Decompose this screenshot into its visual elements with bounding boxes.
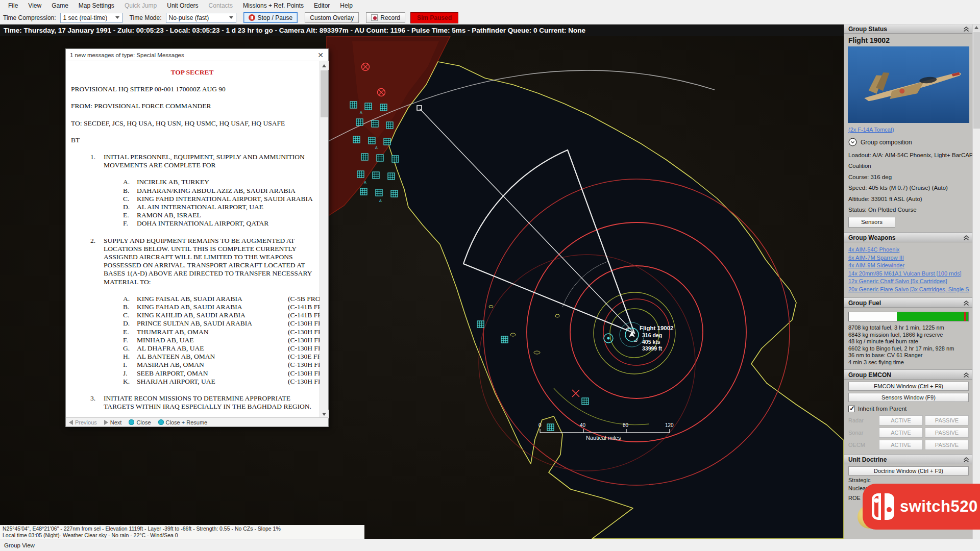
bt-line: BT [71,136,313,144]
svg-text:80: 80 [623,422,629,428]
stop-pause-button[interactable]: Stop / Pause [243,12,298,23]
time-mode-select[interactable]: No-pulse (fast) [166,13,236,23]
scroll-up-icon[interactable] [320,61,329,70]
weapon-link[interactable]: 4x AIM-9M Sidewinder [848,262,969,270]
record-label: Record [380,14,400,21]
right-sidebar: Group Status Flight 19002 (2x F-14A Tomc… [844,23,980,539]
side-text: Coalition [844,161,973,172]
oecm-active-button[interactable]: ACTIVE [879,440,923,450]
oecm-emcon-row: OECM ACTIVE PASSIVE [844,439,973,451]
scale-units-label: Nautical miles [586,435,621,441]
list-item: 1. INITIAL PERSONNEL, EQUIPMENT, SUPPLY … [90,153,313,169]
inherit-from-parent-row[interactable]: Inherit from Parent [844,402,973,414]
aircraft-photo [848,46,969,123]
group-fuel-header[interactable]: Group Fuel [844,297,973,308]
weapon-link[interactable]: 14x 20mm/85 M61A1 Vulcan Burst [100 rnds… [848,270,969,278]
menu-unit-orders[interactable]: Unit Orders [162,1,203,11]
collapse-icon[interactable] [963,235,969,241]
scroll-up-icon[interactable] [973,23,980,31]
course-text: Course: 316 deg [844,171,973,183]
menu-file[interactable]: File [3,1,23,11]
sensors-button[interactable]: Sensors [848,217,895,228]
menu-editor[interactable]: Editor [309,1,335,11]
weapon-link[interactable]: 4x AIM-54C Phoenix [848,246,969,254]
sidebar-scrollbar[interactable] [972,23,980,539]
menu-missions-ref-points[interactable]: Missions + Ref. Points [238,1,309,11]
scrollbar-thumb[interactable] [973,32,980,129]
time-compression-label: Time Compression: [3,14,56,21]
selected-group-name: Flight 19002 [844,34,973,46]
emcon-window-button[interactable]: EMCON Window (Ctrl + F9) [848,382,969,391]
fuel-info: 8708 kg total fuel, 3 hr 1 min, 1225 nm … [844,324,973,369]
toolbar: Time Compression: 1 sec (real-time) Time… [0,11,980,24]
time-status-bar: Time: Thursday, 17 January 1991 - Zulu: … [0,24,844,36]
close-icon[interactable]: ✕ [317,51,324,59]
svg-text:A: A [364,181,366,184]
group-weapons-header[interactable]: Group Weapons [844,232,973,242]
custom-overlay-button[interactable]: Custom Overlay [305,12,359,23]
speed-text: Speed: 405 kts (M 0.7) (Cruise) (Auto) [844,183,973,194]
checkbox-checked-icon[interactable] [848,406,855,412]
menu-game[interactable]: Game [46,1,74,11]
group-emcon-header[interactable]: Group EMCON [844,369,973,380]
sub-list: A.KING FAISAL AB, SUADI ARABIA(C-5B FROM… [123,295,313,386]
watermark-text: switch520 [900,497,978,516]
aircraft-type-link[interactable]: (2x F-14A Tomcat) [844,123,898,134]
bottom-view-bar: Group View [0,539,980,551]
weapon-link[interactable]: 6x AIM-7M Sparrow III [848,254,969,262]
time-mode-value: No-pulse (fast) [169,14,209,21]
fuel-gauge [848,312,969,321]
radar-passive-button[interactable]: PASSIVE [925,415,969,425]
unit-doctrine-header[interactable]: Unit Doctrine [844,454,973,464]
weapons-list: 4x AIM-54C Phoenix 6x AIM-7M Sparrow III… [844,242,973,297]
oecm-passive-button[interactable]: PASSIVE [925,440,969,450]
time-status-text: Time: Thursday, 17 January 1991 - Zulu: … [4,27,585,34]
menu-map-settings[interactable]: Map Settings [74,1,119,11]
dialog-body: TOP SECRET PROVISIONAL HQ SITREP 08-001 … [66,61,321,418]
strategic-label: Strategic [848,477,969,483]
sensors-window-button[interactable]: Sensors Window (F9) [848,393,969,402]
from-line: FROM: PROVISIONAL FORCE COMMANDER [71,102,313,110]
svg-text:A: A [379,199,382,203]
close-resume-dot-icon [158,419,164,425]
list-item: 3. INITIATE RECON MISSIONS TO DETERMINE … [90,394,313,411]
time-compression-select[interactable]: 1 sec (real-time) [60,13,122,23]
time-compression-value: 1 sec (real-time) [63,14,108,21]
menu-help[interactable]: Help [335,1,358,11]
menu-quick-jump: Quick Jump [119,1,162,11]
radar-active-button[interactable]: ACTIVE [879,415,923,425]
previous-button[interactable]: Previous [69,419,97,425]
svg-text:405 kts: 405 kts [642,339,660,345]
next-button[interactable]: Next [104,419,122,425]
dialog-scrollbar[interactable] [320,61,328,418]
menu-view[interactable]: View [23,1,46,11]
close-resume-button[interactable]: Close + Resume [158,419,208,425]
doctrine-window-button[interactable]: Doctrine Window (Ctrl + F9) [848,466,969,475]
collapse-icon[interactable] [963,457,969,463]
menu-bar: File View Game Map Settings Quick Jump U… [0,0,980,11]
sonar-active-button[interactable]: ACTIVE [879,428,923,438]
scrollbar-thumb[interactable] [321,70,328,117]
close-button[interactable]: Close [129,419,151,425]
cursor-position-line: N25°45'04", E48°21'06" - 227nm from sel … [3,525,362,532]
list-item: 2. SUPPLY AND EQUIPMENT REMAINS TO BE AU… [90,237,313,286]
collapse-icon[interactable] [963,372,969,378]
view-mode-label: Group View [4,542,35,548]
svg-text:316 deg: 316 deg [642,332,662,338]
dialog-footer: Previous Next Close Close + Resume [66,417,328,427]
collapse-icon[interactable] [963,300,969,306]
weapon-link[interactable]: 12x Generic Chaff Salvo [5x Cartridges] [848,278,969,286]
group-status-header[interactable]: Group Status [844,23,973,34]
record-button[interactable]: Record [366,12,405,23]
sonar-passive-button[interactable]: PASSIVE [925,428,969,438]
pause-icon [249,14,255,21]
collapse-icon[interactable] [963,27,969,32]
weapon-link[interactable]: 20x Generic Flare Salvo [3x Cartridges, … [848,286,969,294]
group-composition-toggle[interactable]: Group composition [844,134,973,149]
svg-text:A: A [360,111,362,114]
arrow-left-icon [69,420,73,425]
special-messages-dialog: 1 new messages of type: Special Messages… [65,48,329,427]
radar-emcon-row: Radar ACTIVE PASSIVE [844,414,973,427]
dialog-title-bar[interactable]: 1 new messages of type: Special Messages [66,49,328,61]
to-line: TO: SECDEF, JCS, HQ USA, HQ USN, HQ USMC… [71,119,313,128]
